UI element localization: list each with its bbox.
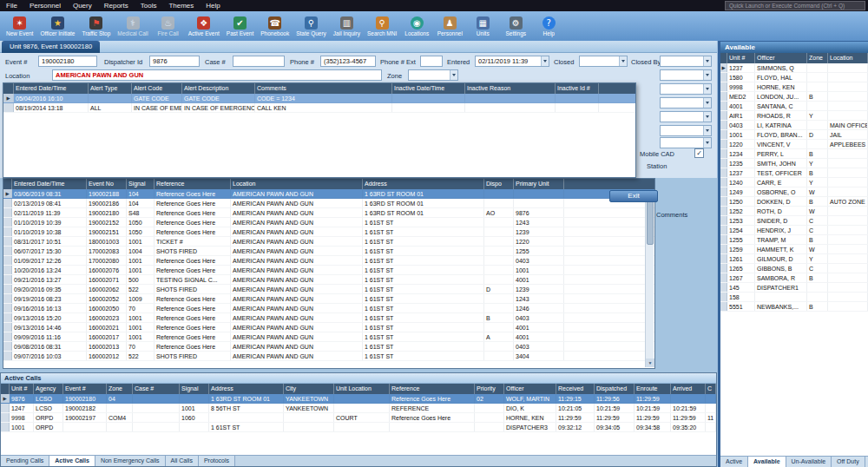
event-window-tab[interactable]: Unit 9876, Event 190002180 [2, 41, 100, 53]
column-header-alert-description[interactable]: Alert Description [182, 83, 255, 94]
column-header-reference[interactable]: Reference [155, 179, 231, 189]
table-row[interactable]: ▶03/06/2019 08:31190002188104Reference G… [3, 189, 654, 199]
chevron-down-icon[interactable] [703, 138, 711, 148]
side-combo-field[interactable] [660, 56, 712, 67]
case-number-input[interactable] [233, 56, 285, 67]
scrollbar-thumb[interactable] [647, 200, 654, 245]
column-header-signal[interactable]: Signal [127, 179, 155, 189]
column-header-alert-type[interactable]: Alert Type [89, 83, 132, 94]
chevron-down-icon[interactable] [703, 84, 711, 94]
table-row[interactable]: 145DISPATCHER1 [720, 283, 868, 293]
chevron-down-icon[interactable] [703, 70, 711, 80]
tab-off-duty[interactable]: Off Duty [832, 457, 865, 467]
table-row[interactable]: 06/07/2017 15:301700020831004SHOTS FIRED… [3, 247, 654, 256]
entered-date-picker[interactable]: 02/11/2019 11:39 [475, 56, 549, 67]
column-header-unit[interactable]: Unit # [10, 384, 34, 394]
phone-ext-input[interactable] [420, 56, 443, 67]
table-row[interactable]: 1253SNIDER, DC [720, 216, 868, 226]
table-row[interactable]: ▶9876LCSO190002180041 63RD ST ROOM 01YAN… [1, 394, 716, 404]
table-row[interactable]: ▶1237SIMMONS, Q [720, 63, 868, 73]
toolbar-button-settings[interactable]: ⚙Settings [499, 11, 532, 41]
table-row[interactable]: 9998ORPD190002197COM41060COURTReference … [1, 413, 716, 423]
table-row[interactable]: 1252ROTH, DW [720, 207, 868, 216]
toolbar-button-officer-initiate[interactable]: ★Officer Initiate [36, 11, 78, 41]
vertical-scrollbar[interactable]: ▲ ▼ [645, 190, 654, 367]
tab-active-calls[interactable]: Active Calls [49, 456, 95, 466]
column-header-inactive-date-time[interactable]: Inactive Date/Time [392, 83, 465, 94]
toolbar-button-state-query[interactable]: ⚲State Query [293, 11, 330, 41]
column-header-agency[interactable]: Agency [34, 384, 63, 394]
event-number-input[interactable]: 190002180 [38, 56, 97, 67]
column-header-dispo[interactable]: Dispo [484, 179, 514, 189]
column-header-address[interactable]: Address [363, 179, 484, 189]
table-row[interactable]: 1235SMITH, JOHNY [720, 159, 868, 168]
chevron-down-icon[interactable] [619, 56, 627, 66]
phone-number-input[interactable]: (352)123-4567 [320, 56, 376, 67]
side-combo-field[interactable] [660, 125, 712, 136]
column-header-officer[interactable]: Officer [504, 384, 556, 394]
table-row[interactable]: 1259HAMMETT, KW [720, 245, 868, 254]
mobile-cad-checkbox[interactable]: ✓ [694, 148, 704, 158]
column-header-inactive-id[interactable]: Inactive Id # [556, 83, 599, 94]
menu-item-themes[interactable]: Themes [162, 0, 200, 11]
column-header-dispatched[interactable]: Dispatched [595, 384, 635, 394]
toolbar-button-new-event[interactable]: ✶New Event [3, 11, 36, 41]
table-row[interactable]: 1267SAMBORA, RB [720, 273, 868, 283]
table-row[interactable]: 4001SANTANA, C [720, 102, 868, 111]
column-header-c[interactable]: C [706, 384, 716, 394]
column-header-enroute[interactable]: Enroute [635, 384, 671, 394]
table-row[interactable]: 1234PERRY, LB [720, 149, 868, 159]
table-row[interactable]: 1220VINCENT, VAPPLEBEES [720, 140, 868, 149]
table-row[interactable]: 01/10/2019 10:391900021521050Reference G… [3, 218, 654, 227]
menu-item-help[interactable]: Help [200, 0, 226, 11]
tab-non-emergency-calls[interactable]: Non Emergency Calls [95, 456, 166, 466]
table-row[interactable]: 09/16/2016 16:1316000205070Reference Goe… [3, 304, 654, 313]
table-row[interactable]: 09/13/2016 15:201600020231001Reference G… [3, 313, 654, 323]
toolbar-button-search-mni[interactable]: ⚲Search MNI [364, 11, 400, 41]
toolbar-button-locations[interactable]: ◉Locations [400, 11, 433, 41]
column-header-reference[interactable]: Reference [390, 384, 475, 394]
table-row[interactable]: 158 [720, 293, 868, 302]
zone-combo[interactable] [408, 69, 458, 81]
menu-item-personnel[interactable]: Personnel [23, 0, 67, 11]
toolbar-button-phonebook[interactable]: ☎Phonebook [257, 11, 293, 41]
column-header-event-no[interactable]: Event No [87, 179, 127, 189]
side-combo-field[interactable] [660, 111, 712, 122]
table-row[interactable]: 1250DOKKEN, DBAUTO ZONE [720, 197, 868, 207]
column-header-arrived[interactable]: Arrived [671, 384, 706, 394]
table-row[interactable]: 10/20/2016 13:241600020761001Reference G… [3, 266, 654, 275]
table-row[interactable]: 1240CARR, EY [720, 178, 868, 187]
column-header-unit-location[interactable]: Unit Location [334, 384, 390, 394]
menu-item-file[interactable]: File [0, 0, 23, 11]
table-row[interactable]: 9998HORNE, KEN [720, 82, 868, 92]
table-row[interactable]: 02/11/2019 11:39190002180S48Reference Go… [3, 208, 654, 218]
table-row[interactable]: 1249OSBORNE, OW [720, 187, 868, 197]
table-row[interactable]: 09/08/2016 08:3116000201370Reference Goe… [3, 342, 654, 352]
table-row[interactable]: 02/13/2019 08:41190002186104Reference Go… [3, 199, 654, 208]
location-input[interactable]: AMERICAN PAWN AND GUN [52, 69, 382, 81]
side-combo-field[interactable] [660, 69, 712, 81]
tab-un-available[interactable]: Un-Available [786, 457, 832, 467]
table-row[interactable]: 1265GIBBONS, BC [720, 264, 868, 273]
chevron-down-icon[interactable] [703, 112, 711, 122]
tab-active[interactable]: Active [720, 457, 748, 467]
table-row[interactable]: 09/07/2016 10:03160002012522SHOTS FIREDA… [3, 352, 654, 361]
table-row[interactable]: 1580FLOYD, HAL [720, 73, 868, 82]
scroll-down-icon[interactable]: ▼ [646, 358, 654, 367]
tab-all-calls[interactable]: All Calls [166, 456, 199, 466]
quick-launch-input[interactable]: Quick Launch or Execute Command (Ctrl + … [725, 1, 865, 10]
column-header-received[interactable]: Received [556, 384, 595, 394]
table-row[interactable]: 09/09/2016 11:161600020171001Reference G… [3, 332, 654, 342]
column-header-inactive-reason[interactable]: Inactive Reason [465, 83, 556, 94]
table-row[interactable]: 01/09/2017 12:261700020801001Reference G… [3, 256, 654, 266]
chevron-down-icon[interactable] [703, 126, 711, 135]
table-row[interactable]: 09/13/2016 14:461600020211001Reference G… [3, 323, 654, 332]
table-row[interactable]: 09/20/2016 09:35160002062522SHOTS FIREDA… [3, 285, 654, 294]
toolbar-button-past-event[interactable]: ✔Past Event [223, 11, 257, 41]
table-row[interactable]: 09/19/2016 08:231600020521009Reference G… [3, 294, 654, 304]
table-row[interactable]: 0403LI, KATRINAMAIN OFFICE [720, 121, 868, 130]
column-header-primary-unit[interactable]: Primary Unit [514, 179, 564, 189]
side-combo-field[interactable] [660, 97, 712, 109]
column-header-alert-code[interactable]: Alert Code [132, 83, 182, 94]
tab-fire[interactable]: Fire [865, 457, 868, 467]
